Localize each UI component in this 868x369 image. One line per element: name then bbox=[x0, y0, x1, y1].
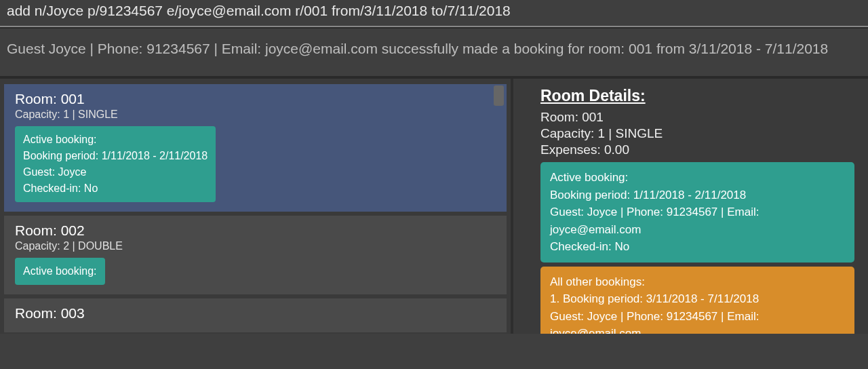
details-expenses: Expenses: 0.00 bbox=[520, 142, 854, 158]
details-room: Room: 001 bbox=[520, 109, 854, 125]
card-line: Guest: Joyce | Phone: 91234567 | Email: … bbox=[550, 203, 845, 238]
details-heading: Room Details: bbox=[520, 84, 854, 109]
room-card-003[interactable]: Room: 003 bbox=[4, 298, 507, 332]
badge-line: Active booking: bbox=[23, 263, 97, 279]
badge-line: Booking period: 1/11/2018 - 2/11/2018 bbox=[23, 148, 208, 164]
room-card-001[interactable]: Room: 001 Capacity: 1 | SINGLE Active bo… bbox=[4, 84, 507, 212]
command-input[interactable]: add n/Joyce p/91234567 e/joyce@email.com… bbox=[0, 0, 868, 27]
active-booking-card: Active booking: Booking period: 1/11/201… bbox=[540, 162, 854, 263]
card-line: Active booking: bbox=[550, 169, 845, 187]
badge-line: Guest: Joyce bbox=[23, 164, 208, 180]
room-capacity: Capacity: 2 | DOUBLE bbox=[15, 240, 496, 252]
room-capacity: Capacity: 1 | SINGLE bbox=[15, 109, 496, 121]
card-line: 1. Booking period: 3/11/2018 - 7/11/2018 bbox=[550, 290, 845, 308]
badge-line: Active booking: bbox=[23, 132, 208, 148]
scrollbar-track[interactable] bbox=[494, 85, 504, 316]
room-list-panel: Room: 001 Capacity: 1 | SINGLE Active bo… bbox=[0, 79, 511, 334]
other-bookings-card: All other bookings: 1. Booking period: 3… bbox=[540, 267, 854, 334]
status-message: Guest Joyce | Phone: 91234567 | Email: j… bbox=[7, 41, 861, 57]
card-line: All other bookings: bbox=[550, 273, 845, 291]
details-capacity: Capacity: 1 | SINGLE bbox=[520, 125, 854, 142]
badge-line: Checked-in: No bbox=[23, 180, 208, 197]
card-line: Checked-in: No bbox=[550, 238, 845, 256]
room-card-002[interactable]: Room: 002 Capacity: 2 | DOUBLE Active bo… bbox=[4, 216, 507, 294]
scrollbar-thumb[interactable] bbox=[494, 85, 504, 106]
active-booking-badge: Active booking: bbox=[15, 258, 105, 285]
room-title: Room: 002 bbox=[15, 222, 496, 239]
panels: Room: 001 Capacity: 1 | SINGLE Active bo… bbox=[0, 77, 868, 334]
active-booking-badge: Active booking: Booking period: 1/11/201… bbox=[15, 126, 216, 202]
status-area: Guest Joyce | Phone: 91234567 | Email: j… bbox=[0, 27, 868, 77]
card-line: Booking period: 1/11/2018 - 2/11/2018 bbox=[550, 187, 845, 204]
card-line: Guest: Joyce | Phone: 91234567 | Email: … bbox=[550, 308, 845, 334]
room-title: Room: 003 bbox=[15, 305, 496, 322]
room-title: Room: 001 bbox=[15, 91, 496, 107]
room-details-panel: Room Details: Room: 001 Capacity: 1 | SI… bbox=[511, 79, 868, 334]
